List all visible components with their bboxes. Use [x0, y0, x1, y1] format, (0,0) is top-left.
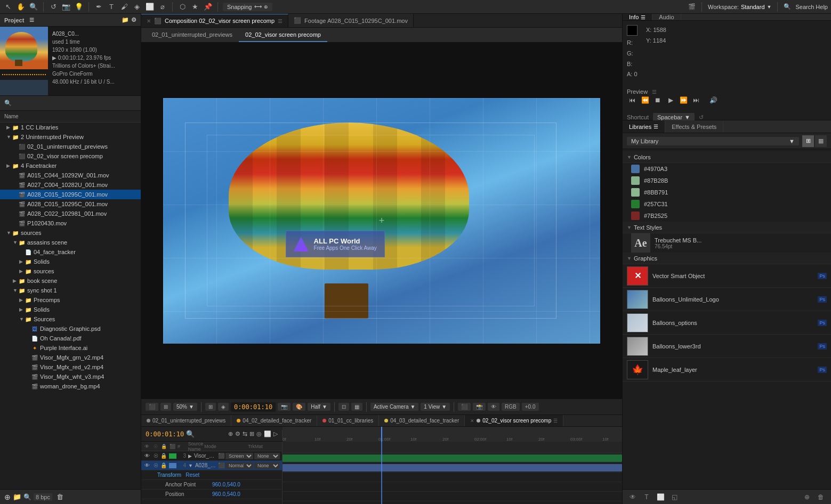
shortcut-reset-icon[interactable]: ↺ [699, 114, 704, 121]
star-tool-icon[interactable]: ★ [190, 2, 200, 12]
region-btn[interactable]: ⊡ [338, 403, 349, 411]
sub-tab-01[interactable]: 02_01_uninterrupted_previews [146, 28, 239, 42]
rotate-tool-icon[interactable]: ↺ [49, 2, 58, 12]
view-count-dropdown[interactable]: 1 View ▼ [421, 403, 450, 411]
tree-item-precomps[interactable]: ▶ 📁 Precomps [0, 295, 141, 305]
position-value[interactable]: 960.0,540.0 [212, 491, 240, 497]
search-help-area[interactable]: Search Help [795, 4, 828, 10]
workspace-search-icon[interactable]: 🔍 [784, 3, 791, 10]
new-folder-icon[interactable]: 📁 [122, 17, 129, 23]
new-item-icon[interactable]: ⊕ [4, 493, 11, 501]
tl-tab-01[interactable]: 02_01_uninterrupted_previews [141, 415, 231, 426]
layer-row-4[interactable]: 👁 ☉ 🔒 4 ▼ A028_C0...295C_001.mov ⬛ Norma… [141, 461, 282, 470]
tl-columns-btn[interactable]: ⊞ [249, 430, 254, 437]
color-item-1[interactable]: #4970A3 [623, 163, 831, 175]
libraries-tab-menu[interactable]: ☰ [653, 124, 658, 129]
layer-row-3[interactable]: 👁 ☉ 🔒 3 ▶ Visor_Mgfx_grn_v2.mp4 ⬛ Screen… [141, 451, 282, 461]
workspace-selector[interactable]: Workspace: Standard ▼ [708, 4, 771, 10]
graphics-section-header[interactable]: ▼ Graphics [623, 253, 831, 264]
tl-timecode[interactable]: 0:00:01:10 [146, 430, 184, 438]
tree-item-cc-libs[interactable]: ▶ 📁 1 CC Libraries [0, 123, 141, 132]
graphic-item-1[interactable]: ✕ Vector Smart Object Ps [623, 264, 831, 288]
tree-item-p102[interactable]: 🎬 P1020430.mov [0, 218, 141, 228]
lib-crop-btn[interactable]: ◱ [668, 491, 680, 503]
layer-4-expand[interactable]: ▼ [188, 463, 193, 468]
layer-3-lock[interactable]: 🔒 [160, 453, 168, 459]
info-tab[interactable]: Info ☰ [623, 14, 652, 20]
exposure-btn[interactable]: +0.0 [522, 403, 539, 411]
sub-tab-02[interactable]: 02_02_visor screen precomp [239, 28, 327, 42]
preview-last-btn[interactable]: ⏭ [691, 95, 701, 105]
layer-4-eye[interactable]: 👁 [143, 462, 151, 468]
tl-draft-btn[interactable]: ⬜ [264, 430, 271, 437]
project-menu-icon[interactable]: ☰ [29, 17, 34, 23]
tl-tab-05[interactable]: ✕ 02_02_visor screen precomp ☰ [465, 415, 563, 426]
tl-motion-blur-btn[interactable]: ◎ [256, 430, 262, 437]
timecode-display[interactable]: 0:00:01:10 [231, 402, 276, 412]
always-preview-btn[interactable]: ⬛ [146, 403, 158, 411]
graphic-item-3[interactable]: Balloons_options Ps [623, 311, 831, 335]
tree-item-assasins[interactable]: ▼ 📁 assasins scene [0, 238, 141, 247]
colors-section-header[interactable]: ▼ Colors [623, 151, 831, 163]
lib-delete-btn[interactable]: 🗑 [815, 491, 827, 503]
tree-item-facetracker2[interactable]: 📄 04_face_tracker [0, 247, 141, 257]
zoom-dropdown[interactable]: 50% ▼ [173, 403, 197, 411]
tree-item-a028c015[interactable]: 🎬 A028_C015_10295C_001.mov [0, 190, 141, 199]
grid-btn[interactable]: ⊞ [160, 403, 171, 411]
info-tab-menu[interactable]: ☰ [641, 14, 646, 20]
library-selector[interactable]: My Library ▼ [627, 137, 799, 145]
tl-tab-03[interactable]: 01_01_cc_libraries [317, 415, 379, 426]
tree-item-ohcanada[interactable]: 📄 Oh Canada!.pdf [0, 334, 141, 343]
tree-item-sources2[interactable]: ▶ 📁 sources [0, 266, 141, 276]
comp-tab-close[interactable]: ✕ [147, 18, 151, 24]
layer-4-mode-select[interactable]: Normal [225, 462, 253, 469]
delete-icon[interactable]: 🗑 [57, 493, 63, 501]
graphic-item-4[interactable]: Balloons_lower3rd Ps [623, 335, 831, 358]
snapping-button[interactable]: Snapping ⟷ ⊕ [223, 3, 272, 11]
effects-presets-tab[interactable]: Effects & Presets [665, 120, 723, 133]
tree-item-visor-grn[interactable]: 🎬 Visor_Mgfx_grn_v2.mp4 [0, 353, 141, 362]
layer-4-switch1[interactable]: ⬛ [218, 462, 224, 468]
puppet-tool-icon[interactable]: ⌀ [158, 2, 167, 12]
color-item-2[interactable]: #87B28B [623, 175, 831, 186]
anchor-value[interactable]: 960.0,540.0 [212, 482, 240, 487]
file-tree[interactable]: ▶ 📁 1 CC Libraries ▼ 📁 2 Uninterrupted P… [0, 123, 141, 489]
preview-prev-btn[interactable]: ⏪ [640, 95, 650, 105]
tree-item-sources-sub[interactable]: ▼ 📁 Sources [0, 314, 141, 324]
take-snapshot-btn[interactable]: 📸 [473, 403, 486, 411]
graphic-item-2[interactable]: Balloons_Unlimited_Logo Ps [623, 288, 831, 311]
layer-3-solo[interactable]: ☉ [152, 453, 159, 459]
tree-item-uninterrupted[interactable]: ▼ 📁 2 Uninterrupted Preview [0, 132, 141, 142]
search-input[interactable] [14, 100, 136, 107]
lib-text-btn[interactable]: T [641, 491, 652, 503]
preview-audio-btn[interactable]: 🔊 [708, 95, 719, 105]
color-managed-btn[interactable]: 🎨 [293, 403, 305, 411]
tree-item-syncshot[interactable]: ▼ 📁 sync shot 1 [0, 286, 141, 295]
pin-tool-icon[interactable]: 📌 [203, 2, 213, 12]
clone-tool-icon[interactable]: ◈ [132, 2, 142, 12]
preview-stop-btn[interactable]: ⏹ [652, 95, 663, 105]
tree-item-a028c022[interactable]: 🎬 A028_C022_102981_001.mov [0, 209, 141, 218]
color-item-3[interactable]: #8BB791 [623, 186, 831, 198]
lib-add-btn[interactable]: ⊕ [801, 491, 813, 503]
layer-3-eye[interactable]: 👁 [143, 453, 151, 459]
camera-controls-btn[interactable]: 📷 [278, 403, 291, 411]
search-btn[interactable]: 🔍 [23, 493, 31, 501]
tree-item-woman-drone[interactable]: 🎬 woman_drone_bg.mp4 [0, 381, 141, 391]
tree-item-a028c015b[interactable]: 🎬 A028_C015_10295C_001.mov [0, 199, 141, 209]
select-tool-icon[interactable]: ↖ [3, 2, 13, 12]
tree-item-visor-red[interactable]: 🎬 Visor_Mgfx_red_v2.mp4 [0, 362, 141, 372]
tree-item-bookscene[interactable]: ▶ 📁 book scene [0, 276, 141, 286]
text-style-item-1[interactable]: Ae Trebuchet MS B... 76.54pt [623, 233, 831, 253]
layer-3-expand[interactable]: ▶ [188, 453, 192, 459]
lib-square-btn[interactable]: ⬜ [655, 491, 666, 503]
lib-view-list-btn[interactable]: ⊞ [802, 135, 814, 147]
text-tool-icon[interactable]: T [107, 2, 116, 12]
pen-tool-icon[interactable]: ✒ [94, 2, 103, 12]
tree-item-solids2[interactable]: ▶ 📁 Solids [0, 305, 141, 314]
tree-item-visor-wht[interactable]: 🎬 Visor_Mgfx_wht_v3.mp4 [0, 372, 141, 381]
motion-sketch-icon[interactable]: 🎬 [688, 3, 696, 10]
tl-tab-02[interactable]: 04_02_detailed_face_tracker [231, 415, 317, 426]
tl-tab-04[interactable]: 04_03_detailed_face_tracker [379, 415, 465, 426]
audio-tab[interactable]: Audio [652, 14, 681, 20]
